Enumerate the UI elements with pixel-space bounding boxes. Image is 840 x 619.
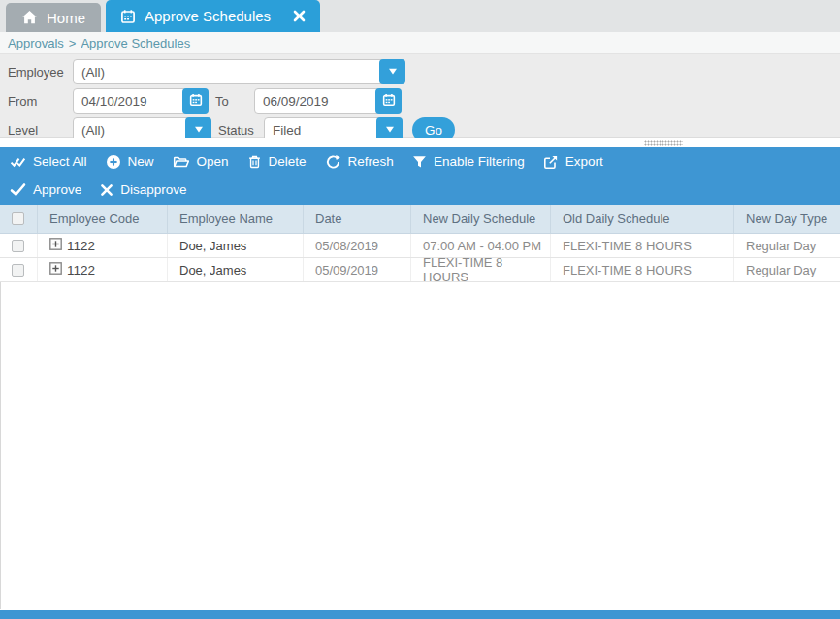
- expand-row-icon[interactable]: [49, 262, 62, 277]
- enable-filtering-button[interactable]: Enable Filtering: [412, 154, 525, 170]
- export-button[interactable]: Export: [543, 154, 603, 170]
- panel-splitter: [0, 138, 840, 147]
- calendar-icon: [382, 93, 396, 110]
- disapprove-label: Disapprove: [120, 182, 186, 197]
- select-all-label: Select All: [33, 154, 87, 169]
- row-checkbox[interactable]: [12, 240, 24, 252]
- enable-filtering-label: Enable Filtering: [434, 154, 525, 169]
- refresh-button[interactable]: Refresh: [325, 154, 394, 170]
- home-icon: [21, 10, 38, 25]
- calendar-icon: [189, 93, 203, 110]
- expand-row-icon[interactable]: [49, 238, 62, 253]
- new-button[interactable]: New: [106, 154, 154, 170]
- employee-dropdown-button[interactable]: [379, 59, 405, 84]
- employee-name-cell: Doe, James: [168, 258, 304, 281]
- delete-button[interactable]: Delete: [247, 154, 307, 170]
- refresh-icon: [325, 154, 341, 170]
- breadcrumb-separator: >: [69, 36, 77, 50]
- select-all-icon: [10, 154, 26, 170]
- header-old-daily-schedule[interactable]: Old Daily Schedule: [551, 205, 734, 233]
- calendar-icon: [120, 9, 136, 24]
- header-new-day-type[interactable]: New Day Type: [734, 205, 840, 233]
- new-day-type-cell: Regular Day: [734, 234, 840, 257]
- date-cell: 05/09/2019: [304, 258, 411, 281]
- employee-code-value: 1122: [67, 239, 95, 253]
- date-cell: 05/08/2019: [304, 234, 411, 257]
- grid-toolbar: Select All New Open Delete Refresh Enabl…: [0, 147, 840, 205]
- chevron-down-icon: [384, 123, 396, 138]
- disapprove-button[interactable]: Disapprove: [100, 182, 186, 197]
- from-label: From: [8, 94, 73, 109]
- disapprove-x-icon: [100, 183, 113, 197]
- tab-home[interactable]: Home: [6, 3, 101, 32]
- header-employee-name[interactable]: Employee Name: [168, 205, 304, 233]
- chevron-down-icon: [193, 123, 205, 138]
- to-date-input[interactable]: [255, 93, 375, 110]
- level-dropdown-value: (All): [74, 123, 185, 138]
- employee-code-value: 1122: [67, 263, 95, 277]
- to-label: To: [215, 94, 254, 109]
- grid-header-row: Employee Code Employee Name Date New Dai…: [0, 205, 840, 234]
- approve-check-icon: [10, 182, 26, 197]
- header-new-daily-schedule[interactable]: New Daily Schedule: [411, 205, 551, 233]
- header-employee-code[interactable]: Employee Code: [38, 205, 168, 233]
- employee-label: Employee: [8, 65, 73, 80]
- filter-row-employee: Employee (All): [8, 59, 840, 84]
- to-date-field: [254, 88, 402, 114]
- header-date[interactable]: Date: [304, 205, 411, 233]
- delete-label: Delete: [269, 154, 307, 169]
- toolbar-row-2: Approve Disapprove: [0, 176, 840, 204]
- toolbar-row-1: Select All New Open Delete Refresh Enabl…: [0, 147, 840, 176]
- tab-approve-schedules-label: Approve Schedules: [145, 8, 271, 24]
- open-label: Open: [197, 154, 229, 169]
- header-checkbox-cell: [0, 205, 38, 233]
- approve-schedules-window: Home Approve Schedules Approvals > Appro…: [0, 0, 840, 619]
- tab-approve-schedules[interactable]: Approve Schedules: [106, 0, 320, 32]
- status-label: Status: [218, 123, 264, 138]
- approve-label: Approve: [33, 182, 81, 197]
- breadcrumb-current: Approve Schedules: [81, 36, 190, 50]
- trash-icon: [247, 154, 262, 170]
- export-icon: [543, 154, 559, 170]
- tab-bar: Home Approve Schedules: [0, 0, 840, 32]
- from-calendar-button[interactable]: [182, 88, 209, 114]
- status-dropdown-value: Filed: [265, 123, 376, 138]
- select-all-button[interactable]: Select All: [10, 154, 87, 170]
- new-day-type-cell: Regular Day: [734, 258, 840, 281]
- employee-code-cell: 1122: [38, 234, 168, 257]
- tab-home-label: Home: [47, 10, 85, 26]
- row-checkbox[interactable]: [12, 264, 24, 277]
- export-label: Export: [565, 154, 603, 169]
- employee-name-cell: Doe, James: [168, 234, 304, 257]
- approve-button[interactable]: Approve: [10, 182, 81, 197]
- old-daily-schedule-cell: FLEXI-TIME 8 HOURS: [551, 258, 734, 281]
- filter-panel: Employee (All) From To: [0, 54, 840, 138]
- level-label: Level: [8, 123, 73, 138]
- breadcrumb: Approvals > Approve Schedules: [0, 32, 840, 54]
- new-daily-schedule-cell: 07:00 AM - 04:00 PM: [411, 234, 551, 257]
- close-icon[interactable]: [293, 10, 306, 22]
- open-folder-icon: [173, 154, 190, 170]
- filter-funnel-icon: [412, 154, 427, 170]
- chevron-down-icon: [387, 65, 399, 80]
- row-checkbox-cell: [0, 234, 38, 257]
- breadcrumb-approvals[interactable]: Approvals: [8, 36, 64, 50]
- new-daily-schedule-cell: FLEXI-TIME 8 HOURS: [411, 258, 551, 281]
- table-row[interactable]: 1122 Doe, James 05/09/2019 FLEXI-TIME 8 …: [0, 258, 840, 282]
- to-calendar-button[interactable]: [375, 88, 402, 114]
- filter-row-dates: From To: [8, 88, 840, 114]
- row-checkbox-cell: [0, 258, 38, 281]
- splitter-grip-handle[interactable]: [644, 140, 683, 146]
- select-all-checkbox[interactable]: [12, 212, 24, 225]
- employee-code-cell: 1122: [38, 258, 168, 281]
- from-date-input[interactable]: [74, 93, 182, 110]
- bottom-status-bar: [0, 610, 840, 619]
- new-icon: [106, 154, 121, 170]
- employee-dropdown[interactable]: (All): [73, 59, 405, 84]
- table-row[interactable]: 1122 Doe, James 05/08/2019 07:00 AM - 04…: [0, 234, 840, 258]
- refresh-label: Refresh: [348, 154, 394, 169]
- from-date-field: [73, 88, 209, 114]
- new-label: New: [128, 154, 154, 169]
- grid-empty-area: [0, 282, 840, 609]
- open-button[interactable]: Open: [173, 154, 229, 170]
